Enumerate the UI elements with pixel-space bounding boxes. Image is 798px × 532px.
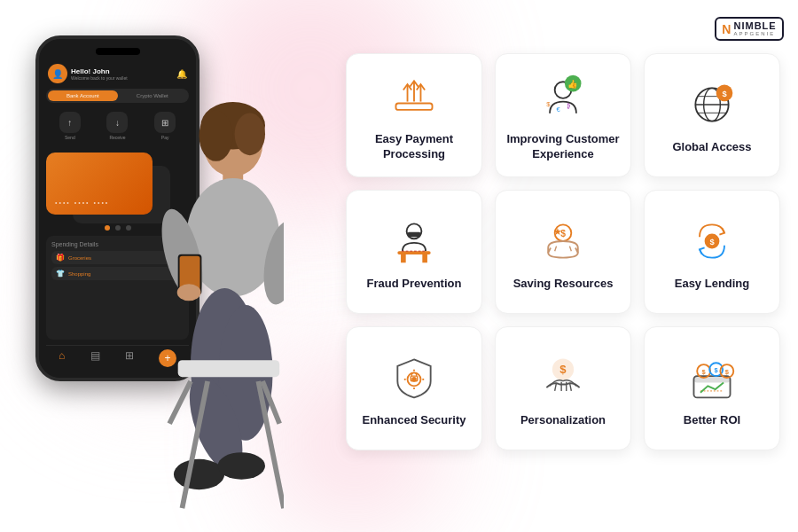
customer-icon-area: 👍 $ € ₿ xyxy=(536,70,590,123)
receive-action[interactable]: ↓ Receive xyxy=(106,112,128,140)
wallet-nav-icon[interactable]: ▤ xyxy=(90,349,100,367)
send-action[interactable]: ↑ Send xyxy=(59,112,81,140)
svg-rect-41 xyxy=(401,254,406,262)
svg-line-16 xyxy=(182,381,207,508)
svg-point-12 xyxy=(219,305,273,441)
phone-section: 👤 Hello! John Welcome back to your walle… xyxy=(0,0,328,532)
bell-icon[interactable]: 🔔 xyxy=(176,69,187,79)
svg-line-48 xyxy=(555,246,557,251)
saving-label: Saving Resources xyxy=(513,277,614,292)
pay-action[interactable]: ⊞ Pay xyxy=(154,112,176,140)
roi-icon-area: $ $ $ xyxy=(685,351,739,404)
svg-point-5 xyxy=(186,178,279,297)
saving-icon-area: $ ★ xyxy=(536,215,590,268)
svg-line-18 xyxy=(169,381,191,424)
svg-point-7 xyxy=(258,218,284,308)
groceries-label: Groceries xyxy=(68,255,91,261)
logo-name: NIMBLE xyxy=(733,21,776,31)
phone-device: 👤 Hello! John Welcome back to your walle… xyxy=(35,35,200,381)
svg-rect-39 xyxy=(408,231,421,237)
dot-inactive-2 xyxy=(126,225,131,231)
crypto-wallet-tab[interactable]: Crypto Wallet xyxy=(118,90,188,101)
svg-rect-4 xyxy=(223,171,243,188)
lending-icon-area: $ xyxy=(685,215,739,268)
svg-text:$: $ xyxy=(702,368,707,376)
svg-line-17 xyxy=(258,381,284,508)
card-nav-icon[interactable]: ⊞ xyxy=(125,349,134,367)
svg-line-19 xyxy=(262,381,279,424)
feature-card-security: Enhanced Security xyxy=(346,326,482,450)
svg-rect-21 xyxy=(395,104,432,110)
feature-card-saving: $ ★ Saving Resources xyxy=(495,190,631,314)
shopping-icon: 👕 xyxy=(56,270,65,278)
action-buttons: ↑ Send ↓ Receive ⊞ Pay xyxy=(46,108,189,144)
global-icon: $ xyxy=(687,80,737,129)
add-fab-button[interactable]: + xyxy=(159,349,176,367)
greeting-name: Hello! John xyxy=(71,67,176,75)
svg-text:$: $ xyxy=(725,368,730,376)
card-indicator-dots xyxy=(46,223,189,231)
security-icon-area xyxy=(387,351,441,404)
feature-card-fraud: Fraud Prevention xyxy=(346,190,482,314)
greeting-sub: Welcome back to your wallet xyxy=(71,75,176,81)
customer-label: Improving Customer Experience xyxy=(503,132,623,162)
lending-icon: $ xyxy=(687,216,737,266)
shopping-label: Shopping xyxy=(68,271,90,277)
svg-point-13 xyxy=(179,369,254,479)
svg-text:$: $ xyxy=(722,89,727,98)
logo-tagline: APPGENIE xyxy=(733,31,776,36)
card-display-area: •••• •••• •••• xyxy=(46,153,189,215)
svg-text:👍: 👍 xyxy=(567,79,578,90)
svg-line-49 xyxy=(569,246,571,251)
wallet-tabs: Bank Account Crypto Wallet xyxy=(46,89,189,103)
global-icon-area: $ xyxy=(685,78,739,131)
feature-card-customer: 👍 $ € ₿ Improving Customer Experience xyxy=(495,53,631,177)
spending-title: Spending Details xyxy=(51,241,184,247)
svg-text:$: $ xyxy=(709,237,715,246)
logo-icon: N xyxy=(722,22,731,36)
svg-point-15 xyxy=(218,452,265,480)
groceries-icon: 🎁 xyxy=(56,254,65,262)
easy-payment-label: Easy Payment Processing xyxy=(354,132,474,162)
svg-text:$: $ xyxy=(715,366,719,374)
svg-rect-42 xyxy=(422,254,427,262)
svg-text:★: ★ xyxy=(553,225,562,236)
phone-notch xyxy=(96,48,140,55)
personalization-icon: $ xyxy=(538,353,588,403)
home-nav-icon[interactable]: ⌂ xyxy=(59,349,65,367)
svg-point-2 xyxy=(200,111,233,161)
dot-inactive-1 xyxy=(115,225,121,231)
fraud-icon xyxy=(389,216,439,266)
dot-active xyxy=(105,225,110,231)
nimble-appgenie-logo: N NIMBLE APPGENIE xyxy=(714,13,785,44)
security-label: Enhanced Security xyxy=(362,413,466,428)
svg-point-1 xyxy=(200,102,265,149)
bottom-navigation: ⌂ ▤ ⊞ + xyxy=(46,345,189,369)
fraud-label: Fraud Prevention xyxy=(367,277,462,292)
fraud-icon-area xyxy=(387,215,441,268)
svg-point-11 xyxy=(191,288,258,441)
features-grid: Easy Payment Processing 👍 $ € ₿ Improvin… xyxy=(346,53,780,450)
feature-card-roi: $ $ $ Better ROI xyxy=(644,326,780,450)
spending-shopping: 👕 Shopping xyxy=(51,267,184,280)
phone-header: 👤 Hello! John Welcome back to your walle… xyxy=(46,64,189,83)
spending-groceries: 🎁 Groceries xyxy=(51,251,184,264)
user-avatar: 👤 xyxy=(48,64,67,83)
saving-icon: $ ★ xyxy=(538,216,588,266)
feature-card-personalization: $ Personalization xyxy=(495,326,631,450)
customer-icon: 👍 $ € ₿ xyxy=(538,72,588,121)
feature-card-lending: $ Easy Lending xyxy=(644,190,780,314)
svg-rect-40 xyxy=(397,251,430,254)
personalization-label: Personalization xyxy=(520,413,606,428)
roi-icon: $ $ $ xyxy=(687,353,737,403)
card-primary: •••• •••• •••• xyxy=(46,153,153,215)
bank-account-tab[interactable]: Bank Account xyxy=(48,90,118,101)
svg-text:$: $ xyxy=(559,363,567,376)
spending-details: Spending Details 🎁 Groceries 👕 Shopping xyxy=(46,236,189,340)
svg-point-0 xyxy=(203,112,262,176)
personalization-icon-area: $ xyxy=(536,351,590,404)
easy-payment-icon xyxy=(389,72,439,121)
feature-card-easy-payment: Easy Payment Processing xyxy=(346,53,482,177)
svg-point-14 xyxy=(174,459,224,489)
svg-point-3 xyxy=(235,113,265,155)
